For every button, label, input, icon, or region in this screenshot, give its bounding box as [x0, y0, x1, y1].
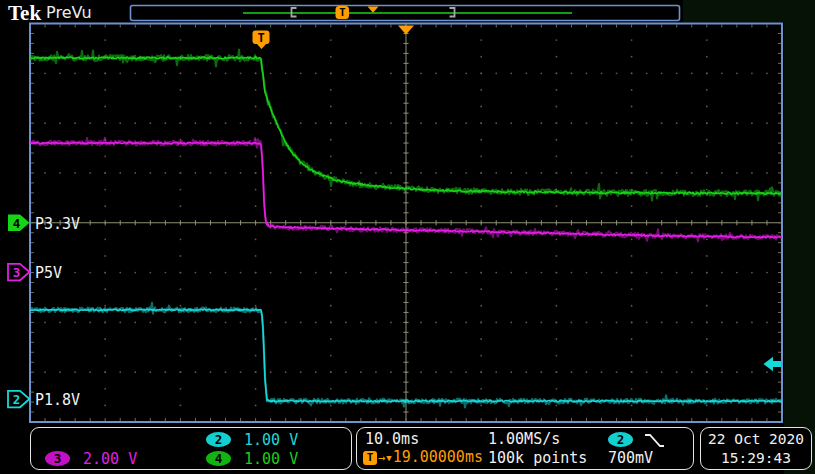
ch4-scale-readout: 1.00 V	[244, 451, 298, 468]
ch4-ground-marker[interactable]: 4	[8, 215, 30, 232]
trigger-slope-falling-icon	[642, 432, 666, 449]
ch2-label: P1.8V	[35, 391, 80, 409]
ch2-marker-number: 2	[13, 392, 21, 407]
trigger-delay-value: 19.00000ms	[393, 450, 483, 465]
ch3-ground-marker[interactable]: 3	[8, 264, 30, 281]
record-trigger-badge[interactable]: T	[336, 6, 350, 19]
datetime-box[interactable]: 22 Oct 2020 15:29:43	[700, 427, 812, 470]
time-readout: 15:29:43	[701, 450, 811, 467]
trigger-marker-icon: ▼	[386, 451, 391, 465]
record-view-bar[interactable]: T	[131, 6, 680, 21]
date-readout: 22 Oct 2020	[701, 431, 811, 448]
trigger-arrow-icon: →	[378, 451, 385, 465]
channel-scale-readout-box[interactable]: 2 1.00 V 3 2.00 V 4 1.00 V	[30, 427, 352, 470]
acquisition-mode-label: PreVu	[46, 3, 91, 22]
ch3-scale-readout: 2.00 V	[83, 451, 137, 468]
horizontal-trigger-readout-box[interactable]: 10.0ms 1.00MS/s 2 T→▼19.00000ms 100k poi…	[356, 427, 694, 470]
trigger-source-badge: 2	[608, 432, 633, 447]
trigger-level-readout: 700mV	[608, 450, 653, 467]
trigger-t-icon: T	[363, 451, 377, 465]
ch4-badge: 4	[206, 451, 231, 466]
ch3-marker-number: 3	[13, 265, 21, 280]
header: TekPreVu	[8, 1, 92, 26]
ch2-ground-marker[interactable]: 2	[8, 391, 30, 408]
ch2-scale-readout: 1.00 V	[244, 432, 298, 449]
ch3-label: P5V	[35, 264, 62, 282]
ch2-badge: 2	[206, 432, 231, 447]
record-trigger-position-icon[interactable]	[368, 7, 379, 13]
scope-display: T T 4 P3.3V 3 P5V 2 P1.8V	[0, 0, 815, 474]
graticule	[30, 24, 782, 423]
ch4-marker-number: 4	[13, 216, 21, 231]
ch4-label: P3.3V	[35, 215, 80, 233]
oscilloscope-screen: T T 4 P3.3V 3 P5V 2 P1.8V	[0, 0, 815, 474]
trigger-delay-readout: T→▼19.00000ms	[363, 450, 483, 465]
ch3-badge: 3	[45, 451, 70, 466]
timebase-readout: 10.0ms	[365, 431, 419, 448]
record-length-readout: 100k points	[488, 450, 587, 467]
sample-rate-readout: 1.00MS/s	[488, 431, 560, 448]
trigger-point-badge-label: T	[258, 31, 265, 45]
tek-logo: Tek	[8, 1, 41, 25]
record-trigger-badge-label: T	[339, 6, 345, 18]
